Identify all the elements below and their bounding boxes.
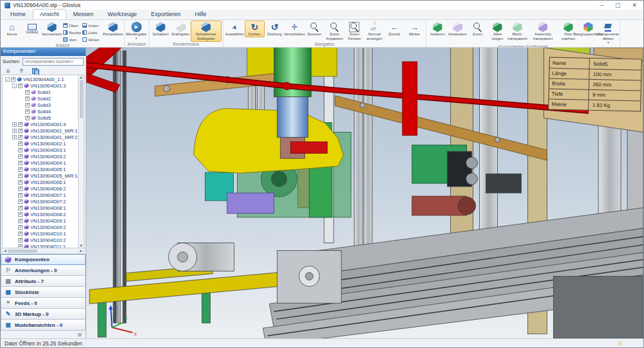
ribbon-wiedergabe-button[interactable]: Wiedergabe ▾ (126, 21, 146, 40)
tree-vertical-scrollbar[interactable]: ▲ ▼ (78, 75, 84, 248)
dropdown-arrow-icon[interactable]: ▾ (607, 41, 609, 44)
tree-expander-icon[interactable]: - (5, 77, 10, 82)
expand-all-icon[interactable]: ⇊ (6, 68, 10, 74)
panel-stueckliste[interactable]: Stückliste (1, 287, 86, 298)
tree-expander-icon[interactable] (12, 148, 17, 152)
tree-item[interactable]: Solid3 (4, 102, 77, 108)
tree-checkbox[interactable] (25, 109, 30, 114)
tree-expander-icon[interactable]: + (12, 122, 17, 127)
ribbon-mech-transparent-button[interactable]: Mech. transparent (507, 21, 527, 42)
tree-item[interactable]: VN130904D07:2 (4, 198, 77, 205)
tab-werkzeuge[interactable]: Werkzeuge (100, 9, 144, 19)
ribbon-schattiertes-drahtgitter-button[interactable]: Schattiertes Drahtgitter (191, 21, 222, 42)
tree-item[interactable]: VN130904D10:1 (4, 230, 77, 237)
tree-item[interactable]: VN130904D07:1 (4, 192, 77, 198)
tree-checkbox[interactable] (18, 154, 23, 159)
tree-item[interactable]: + VN130904D01_MIR:1 (4, 127, 77, 134)
tree-horizontal-scrollbar[interactable]: ◄ ► (2, 248, 84, 254)
tree-item[interactable]: VN130904D09:1 (4, 217, 77, 224)
scroll-up-icon[interactable]: ▲ (79, 75, 83, 79)
ribbon-fest-machen-button[interactable]: Fest machen (558, 21, 578, 42)
tree-checkbox[interactable] (25, 90, 30, 95)
ribbon-schattiert-button[interactable]: Schattiert (151, 21, 171, 37)
tree-expander-icon[interactable] (12, 142, 17, 146)
tree-checkbox[interactable] (18, 232, 23, 236)
ribbon-verschieben-button[interactable]: Verschieben (285, 21, 305, 37)
tree-checkbox[interactable] (18, 238, 23, 243)
scrollbar-thumb[interactable] (8, 250, 37, 253)
panel-attribute[interactable]: Attribute - 7 (1, 276, 86, 287)
collapse-all-icon[interactable]: ⇈ (19, 68, 24, 74)
tree-expander-icon[interactable] (12, 199, 17, 204)
tree-expander-icon[interactable] (12, 174, 17, 178)
scroll-down-icon[interactable]: ▼ (79, 244, 83, 248)
tree-item[interactable]: VN130904D06:1 (4, 179, 77, 185)
tree-expander-icon[interactable] (12, 167, 17, 172)
scroll-left-icon[interactable]: ◄ (3, 249, 7, 253)
ribbon-normal-anzeigen-button[interactable]: Normal anzeigen (365, 21, 384, 42)
tree-expander-icon[interactable] (12, 244, 17, 249)
tree-expander-icon[interactable] (12, 161, 17, 165)
ribbon-drahtgitter-button[interactable]: Drahtgitter (171, 21, 191, 37)
tree-expander-icon[interactable] (19, 96, 24, 101)
ribbon-auswaehlen-button[interactable]: Auswählen (225, 21, 245, 37)
ribbon-drehen-button[interactable]: Drehen (245, 21, 265, 37)
tree-expander-icon[interactable] (12, 219, 17, 223)
tab-exportieren[interactable]: Exportieren (144, 9, 187, 19)
tree-item[interactable]: - VN130904D01:3 (4, 82, 77, 89)
tree-expander-icon[interactable] (19, 90, 24, 95)
component-search-input[interactable] (23, 58, 84, 66)
ribbon-baugruppenfarbe-button[interactable]: Baugruppenfarbe (578, 21, 598, 37)
tree-checkbox[interactable] (18, 187, 23, 191)
ribbon-zoom-fenster-button[interactable]: Zoom Fenster (345, 21, 365, 42)
tree-item-root[interactable]: - VN130904A00_1:1 (4, 76, 77, 82)
tree-expander-icon[interactable] (12, 212, 17, 217)
ribbon-links-button[interactable]: Links (82, 29, 102, 36)
scrollbar-thumb[interactable] (80, 80, 83, 118)
tree-item[interactable]: VN130904D03:1 (4, 147, 77, 153)
tree-checkbox[interactable] (18, 129, 23, 133)
tree-checkbox[interactable] (25, 96, 30, 101)
tree-item[interactable]: VN130904D08:1 (4, 205, 77, 211)
ribbon-perspektive-button[interactable]: Perspektive (103, 21, 123, 37)
ribbon-zurueck-button[interactable]: Zurück (384, 21, 404, 37)
panel-feeds[interactable]: Feeds - 0 (1, 298, 86, 309)
ribbon-zoom-button[interactable]: Zoom (468, 21, 488, 37)
ribbon-isometrisch-button[interactable]: Isometrisch (42, 21, 62, 37)
tree-expander-icon[interactable] (12, 193, 17, 197)
ribbon-komponente-faerben-button[interactable]: Komponente färben ▾ (598, 21, 618, 44)
warning-icon[interactable]: ⚠ (618, 340, 623, 347)
ribbon-zoom-anpassen-button[interactable]: Zoom Anpassen (325, 21, 345, 42)
ribbon-verstecken-button[interactable]: Verstecken (448, 21, 468, 37)
panel-modellansichten[interactable]: Modellansichten - 0 (1, 320, 86, 331)
dropdown-arrow-icon[interactable]: ▾ (135, 37, 137, 39)
tree-checkbox[interactable] (18, 212, 23, 217)
tree-expander-icon[interactable] (19, 116, 24, 120)
tree-checkbox[interactable] (18, 148, 23, 152)
tree-item[interactable]: VN130904D05_MIR:1 (4, 172, 77, 179)
tree-item[interactable]: Solid1 (4, 89, 77, 95)
scroll-right-icon[interactable]: ► (79, 249, 83, 253)
tree-expander-icon[interactable] (19, 103, 24, 107)
tree-expander-icon[interactable] (12, 238, 17, 243)
tab-messen[interactable]: Messen (66, 9, 101, 19)
ribbon-zoomen-button[interactable]: Zoomen (305, 21, 325, 37)
tree-expander-icon[interactable]: + (12, 129, 17, 133)
tree-expander-icon[interactable] (19, 109, 24, 114)
ribbon-assembly-transparent-button[interactable]: Assembly transparent machen (527, 21, 558, 42)
tree-checkbox[interactable] (18, 84, 23, 88)
tree-checkbox[interactable] (18, 174, 23, 178)
tree-checkbox[interactable] (18, 206, 23, 210)
maximize-button[interactable]: ▢ (615, 2, 621, 8)
tree-checkbox[interactable] (18, 199, 23, 204)
tree-item[interactable]: VN130904D05:1 (4, 166, 77, 172)
panel-options-icon[interactable]: ⊞ (77, 332, 82, 338)
ribbon-hinten-button[interactable]: Hinten (82, 36, 102, 43)
ribbon-vollbild-button[interactable]: Vollbild (22, 21, 42, 37)
tab-ansicht[interactable]: Ansicht (33, 9, 66, 19)
tree-expander-icon[interactable] (12, 206, 17, 210)
tree-item[interactable]: + VN130904D01:4 (4, 121, 77, 127)
tree-checkbox[interactable] (18, 219, 23, 223)
panel-anmerkungen[interactable]: Anmerkungen - 0 (1, 265, 86, 276)
tree-item[interactable]: Solid4 (4, 108, 77, 114)
